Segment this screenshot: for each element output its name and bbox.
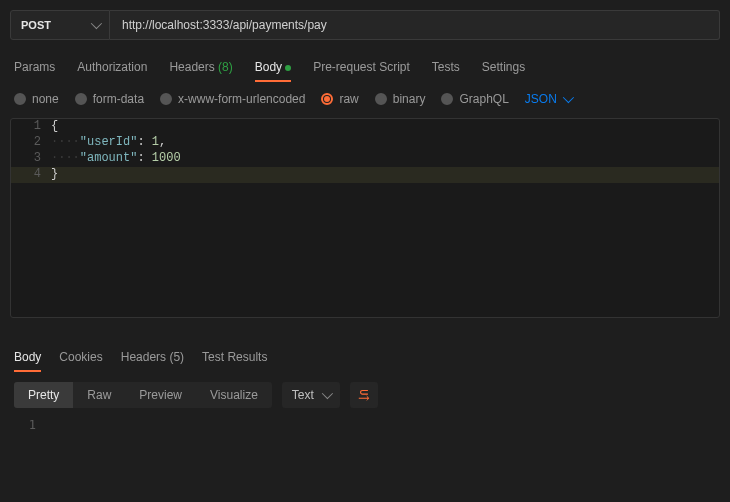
- radio-icon: [375, 93, 387, 105]
- request-tabs: Params Authorization Headers (8) Body Pr…: [0, 50, 730, 82]
- wrap-lines-icon: ⥹: [358, 388, 370, 402]
- url-text: http://localhost:3333/api/payments/pay: [122, 18, 327, 32]
- http-method-select[interactable]: POST: [10, 10, 110, 40]
- tab-body[interactable]: Body: [255, 56, 291, 82]
- response-body-editor[interactable]: 1: [10, 418, 720, 434]
- code-line: {: [51, 119, 719, 135]
- radio-icon: [321, 93, 333, 105]
- radio-icon: [75, 93, 87, 105]
- radio-icon: [441, 93, 453, 105]
- view-preview-button[interactable]: Preview: [125, 382, 196, 408]
- url-input[interactable]: http://localhost:3333/api/payments/pay: [110, 10, 720, 40]
- request-body-editor[interactable]: 1 { 2 ····"userId": 1, 3 ····"amount": 1…: [10, 118, 720, 318]
- radio-graphql[interactable]: GraphQL: [441, 92, 508, 106]
- body-format-label: JSON: [525, 92, 557, 106]
- resp-tab-body[interactable]: Body: [14, 346, 41, 372]
- view-visualize-button[interactable]: Visualize: [196, 382, 272, 408]
- resp-tab-headers[interactable]: Headers (5): [121, 346, 184, 372]
- radio-urlencoded[interactable]: x-www-form-urlencoded: [160, 92, 305, 106]
- line-number: 2: [11, 135, 51, 151]
- chevron-down-icon: [322, 388, 333, 399]
- line-number: 1: [11, 119, 51, 135]
- code-line: ····"amount": 1000: [51, 151, 719, 167]
- modified-indicator-icon: [285, 65, 291, 71]
- view-pretty-button[interactable]: Pretty: [14, 382, 73, 408]
- chevron-down-icon: [563, 92, 574, 103]
- radio-none[interactable]: none: [14, 92, 59, 106]
- response-tabs: Body Cookies Headers (5) Test Results: [0, 332, 730, 372]
- method-label: POST: [21, 19, 51, 31]
- resp-tab-cookies[interactable]: Cookies: [59, 346, 102, 372]
- line-number: 3: [11, 151, 51, 167]
- body-type-row: none form-data x-www-form-urlencoded raw…: [0, 82, 730, 118]
- body-format-select[interactable]: JSON: [525, 92, 571, 106]
- tab-params[interactable]: Params: [14, 56, 55, 82]
- radio-binary[interactable]: binary: [375, 92, 426, 106]
- radio-form-data[interactable]: form-data: [75, 92, 144, 106]
- chevron-down-icon: [91, 18, 102, 29]
- radio-icon: [14, 93, 26, 105]
- line-number: 4: [11, 167, 51, 183]
- wrap-lines-button[interactable]: ⥹: [350, 382, 378, 408]
- radio-icon: [160, 93, 172, 105]
- code-line: }: [51, 167, 719, 183]
- response-type-label: Text: [292, 388, 314, 402]
- resp-tab-test-results[interactable]: Test Results: [202, 346, 267, 372]
- response-view-segment: Pretty Raw Preview Visualize: [14, 382, 272, 408]
- response-toolbar: Pretty Raw Preview Visualize Text ⥹: [0, 372, 730, 418]
- tab-tests[interactable]: Tests: [432, 56, 460, 82]
- tab-prerequest[interactable]: Pre-request Script: [313, 56, 410, 82]
- code-line: [46, 418, 720, 434]
- radio-raw[interactable]: raw: [321, 92, 358, 106]
- response-type-select[interactable]: Text: [282, 382, 340, 408]
- code-line: ····"userId": 1,: [51, 135, 719, 151]
- tab-settings[interactable]: Settings: [482, 56, 525, 82]
- tab-authorization[interactable]: Authorization: [77, 56, 147, 82]
- line-number: 1: [10, 418, 46, 434]
- tab-headers[interactable]: Headers (8): [169, 56, 232, 82]
- view-raw-button[interactable]: Raw: [73, 382, 125, 408]
